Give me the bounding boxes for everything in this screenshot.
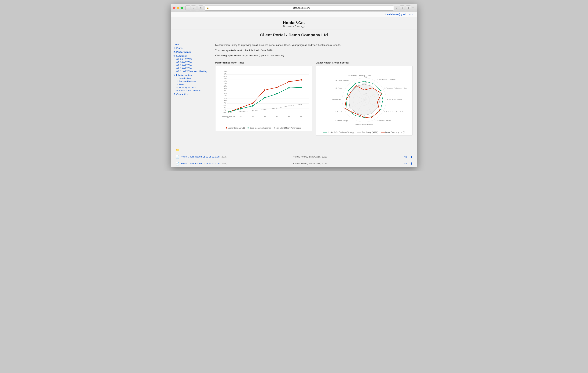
page-title: Client Portal - Demo Company Ltd <box>171 30 417 40</box>
address-bar[interactable]: 🔒 sites.google.com <box>205 5 394 11</box>
svg-point-47 <box>276 93 277 94</box>
info-fees[interactable]: 3. Fees <box>176 83 208 86</box>
back-button[interactable]: ‹ <box>185 6 190 10</box>
legend-demo-q1: Demo Company Ltd Q1 <box>381 131 405 133</box>
info-introduction[interactable]: 1. Introduction <box>176 77 208 80</box>
action-05[interactable]: 05. 31/05/2016 - Next Meeting <box>176 70 208 73</box>
tab-view-button[interactable]: ◻ <box>198 6 203 10</box>
browser-actions: ⇫ ▩ <box>400 6 411 10</box>
legend-demo-q1-label: Demo Company Ltd Q1 <box>385 131 405 133</box>
add-tab-button[interactable]: + <box>411 6 415 10</box>
intro-line-1: Measurement is key to improving small bu… <box>215 43 412 47</box>
svg-text:4%: 4% <box>224 107 226 109</box>
actions-section-label[interactable]: ▾ 3. Actions <box>174 54 208 58</box>
line-chart-container[interactable]: 34% 32% 30% 28% 26% 24% 22% 20% 18% 16% <box>215 66 312 131</box>
user-dropdown-icon[interactable]: ▾ <box>412 13 413 16</box>
plans-link[interactable]: 1. Plans <box>174 46 208 50</box>
performance-link[interactable]: 2. Performance <box>174 50 208 54</box>
svg-text:Q6: Q6 <box>300 115 302 117</box>
svg-point-53 <box>264 109 265 110</box>
legend-peer-group: Peer Group (All 88) <box>357 131 378 133</box>
info-terms[interactable]: 5. Terms and Conditions <box>176 89 208 92</box>
site-tagline: Business Strategy <box>171 25 417 28</box>
legend-client-mean: Client Mean Performance <box>248 127 271 129</box>
line-chart-section: Performance Over Time: 34% 32% 30% 28% 2… <box>215 61 312 136</box>
sidebar-item-plans[interactable]: 1. Plans <box>174 46 208 50</box>
legend-nonclient-label: Non-Client Mean Performance <box>276 127 301 129</box>
info-service-features[interactable]: 2. Service Features <box>176 80 208 83</box>
svg-text:20%: 20% <box>224 88 227 89</box>
folder-icon: 📁 <box>176 148 412 152</box>
svg-point-56 <box>301 104 302 105</box>
sidebar-section-information[interactable]: ▾ 4. Information 1. Introduction 2. Serv… <box>174 73 208 92</box>
svg-text:32%: 32% <box>224 73 227 75</box>
line-chart-title: Performance Over Time: <box>215 61 312 64</box>
line-chart-legend: Demo Company Ltd Client Mean Performance… <box>217 127 310 129</box>
reader-button[interactable]: ▩ <box>406 6 411 10</box>
information-section-label[interactable]: ▾ 4. Information <box>174 73 208 77</box>
sidebar-item-home[interactable]: Home <box>174 42 208 46</box>
site-logo: Hooke&Co. <box>171 21 417 25</box>
sidebar-section-actions[interactable]: ▾ 3. Actions 01. 09/12/2015 02. 26/02/20… <box>174 54 208 73</box>
action-02[interactable]: 02. 26/02/2016 <box>176 61 208 64</box>
pdf-icon-1: 📄 <box>176 155 179 159</box>
traffic-lights <box>173 7 183 9</box>
home-link[interactable]: Home <box>174 42 208 46</box>
file-version-1: v.1 <box>404 155 407 158</box>
sidebar-item-contact[interactable]: 5. Contact Us <box>174 92 208 96</box>
close-button[interactable] <box>173 7 176 9</box>
share-button[interactable]: ⇫ <box>400 6 405 10</box>
reload-button[interactable]: ↻ <box>395 6 398 10</box>
svg-text:24%: 24% <box>224 83 227 84</box>
legend-hooke-line <box>323 132 327 132</box>
maximize-button[interactable] <box>180 7 183 9</box>
sidebar-item-performance[interactable]: 2. Performance <box>174 50 208 54</box>
file-download-1[interactable]: ⬇ <box>410 155 412 159</box>
action-03[interactable]: 03. 23/03/2016 <box>176 64 208 67</box>
browser-content: francishooke@gmail.com ▾ Hooke&Co. Busin… <box>171 12 417 167</box>
url-text: sites.google.com <box>210 7 392 9</box>
information-children: 1. Introduction 2. Service Features 3. F… <box>174 77 208 92</box>
action-01[interactable]: 01. 09/12/2015 <box>176 58 208 61</box>
legend-peer-label: Peer Group (All 88) <box>362 131 378 133</box>
file-link-2[interactable]: Health Check Report 16 03 23 v1.0.pdf (2… <box>181 162 293 165</box>
intro-line-3: Click the graphs to view larger versions… <box>215 54 412 57</box>
svg-point-46 <box>264 97 265 98</box>
svg-text:9. Competitors: 9. Competitors <box>336 111 344 112</box>
legend-client-label: Client Mean Performance <box>249 127 271 129</box>
legend-demo-label: Demo Company Ltd <box>228 127 245 129</box>
file-row-2: 📄 Health Check Report 16 03 23 v1.0.pdf … <box>176 160 412 167</box>
forward-button[interactable]: › <box>191 6 196 10</box>
svg-text:14%: 14% <box>224 95 227 96</box>
action-04[interactable]: 04. 29/04/2016 <box>176 67 208 70</box>
line-chart-svg: 34% 32% 30% 28% 26% 24% 22% 20% 18% 16% <box>217 68 310 125</box>
info-monthly-process[interactable]: 4. Monthly Process <box>176 86 208 89</box>
svg-point-45 <box>252 105 253 107</box>
file-link-1[interactable]: Health Check Report 16 02 05 v1.0.pdf (2… <box>181 155 293 158</box>
svg-point-42 <box>300 79 302 81</box>
svg-text:6%: 6% <box>224 104 226 106</box>
svg-text:5. Cost of Sales → Gross Profi: 5. Cost of Sales → Gross Profit <box>385 111 403 112</box>
browser-window: ‹ › ◻ 🔒 sites.google.com ↻ ⇫ ▩ + francis… <box>171 4 417 167</box>
legend-hooke: Hooke & Co. Business Strategy <box>323 131 354 133</box>
svg-text:Q4: Q4 <box>276 115 278 117</box>
legend-demo-dot <box>226 127 227 129</box>
svg-text:2%: 2% <box>224 109 226 111</box>
contact-link[interactable]: 5. Contact Us <box>174 92 208 96</box>
minimize-button[interactable] <box>177 7 179 9</box>
file-download-2[interactable]: ⬇ <box>410 162 412 165</box>
svg-point-54 <box>276 108 277 109</box>
svg-text:7. Balance Sheet and Cashflow: 7. Balance Sheet and Cashflow <box>355 123 373 125</box>
svg-point-55 <box>288 105 290 106</box>
svg-text:34%: 34% <box>224 71 227 72</box>
svg-point-49 <box>300 87 302 88</box>
svg-point-50 <box>228 112 229 113</box>
legend-hooke-label: Hooke & Co. Business Strategy <box>327 131 354 133</box>
radar-chart-container[interactable]: 100% 75% 50% 25% 0% <box>316 66 412 136</box>
intro-text: Measurement is key to improving small bu… <box>215 43 412 57</box>
charts-row: Performance Over Time: 34% 32% 30% 28% 2… <box>215 61 412 136</box>
svg-text:Q3: Q3 <box>264 115 266 117</box>
svg-text:100%: 100% <box>365 76 368 78</box>
lock-icon: 🔒 <box>206 7 209 9</box>
svg-text:Q1: Q1 <box>240 115 242 117</box>
